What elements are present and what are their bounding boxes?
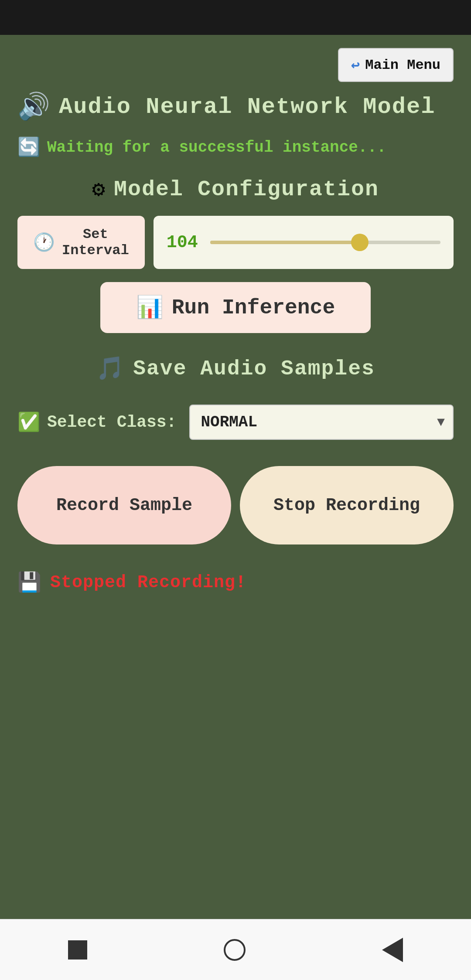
status-bar [0,0,471,35]
nav-home-button[interactable] [215,930,254,970]
main-menu-icon: ↩ [351,56,360,74]
model-config-title: ⚙ Model Configuration [17,176,454,203]
checkbox-icon: ✅ [17,411,40,434]
save-audio-section: 🎵 Save Audio Samples [17,355,454,383]
set-interval-button[interactable]: 🕐 SetInterval [17,216,145,269]
refresh-icon: 🔄 [17,136,40,159]
slider-fill [210,241,360,244]
chart-icon: 📊 [136,294,163,321]
stop-recording-button[interactable]: Stop Recording [240,466,454,544]
nav-stop-button[interactable] [59,932,96,968]
speaker-icon: 🔊 [17,91,50,123]
slider-value: 104 [167,233,201,252]
app-title-section: 🔊 Audio Neural Network Model [17,91,454,123]
nav-bar [0,919,471,980]
stop-recording-label: Stop Recording [273,496,420,515]
save-audio-text: Save Audio Samples [133,357,375,381]
set-interval-label: SetInterval [62,226,129,259]
slider-track[interactable] [210,241,440,244]
select-class-row: ✅ Select Class: NORMAL ABNORMAL OTHER ▼ [17,405,454,440]
class-select-wrapper: NORMAL ABNORMAL OTHER ▼ [189,405,454,440]
stopped-recording-text: Stopped Recording! [50,573,246,592]
app-title: Audio Neural Network Model [59,94,435,120]
select-class-label: Select Class: [47,413,176,432]
run-inference-label: Run Inference [172,296,335,320]
floppy-disk-icon: 💾 [17,571,41,594]
main-menu-label: Main Menu [365,57,440,73]
main-menu-button[interactable]: ↩ Main Menu [338,48,454,82]
config-title-text: Model Configuration [114,177,379,202]
slider-container: 104 [154,216,454,269]
record-buttons-row: Record Sample Stop Recording [17,466,454,544]
home-icon [224,939,246,961]
slider-thumb[interactable] [351,234,369,251]
main-content: ↩ Main Menu 🔊 Audio Neural Network Model… [0,35,471,919]
waiting-status: 🔄 Waiting for a successful instance... [17,136,454,159]
controls-row: 🕐 SetInterval 104 [17,216,454,269]
clock-icon: 🕐 [33,232,55,253]
run-inference-button[interactable]: 📊 Run Inference [100,282,371,333]
class-select[interactable]: NORMAL ABNORMAL OTHER [189,405,454,440]
record-sample-button[interactable]: Record Sample [17,466,231,544]
stopped-status: 💾 Stopped Recording! [17,571,454,594]
waiting-text: Waiting for a successful instance... [47,139,386,157]
record-sample-label: Record Sample [56,496,192,515]
nav-back-button[interactable] [373,929,412,971]
stop-icon [68,940,87,960]
select-class-label-group: ✅ Select Class: [17,411,176,434]
gear-icon: ⚙ [92,176,105,203]
back-icon [382,938,403,962]
music-icon: 🎵 [96,355,124,383]
